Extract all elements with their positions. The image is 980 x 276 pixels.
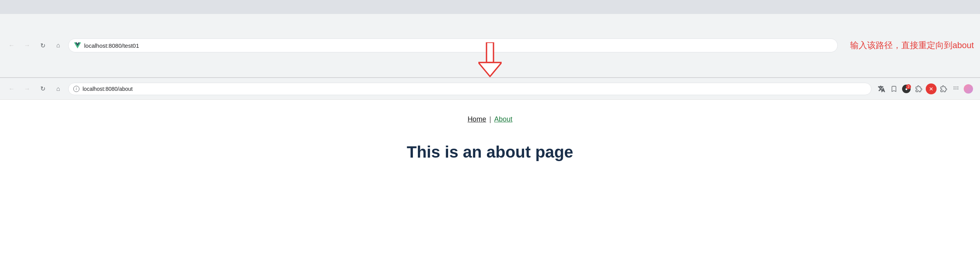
annotation-text: 输入该路径，直接重定向到about <box>850 40 974 51</box>
svg-rect-6 <box>958 87 958 87</box>
browser-top: ← → ↻ ⌂ localhost:8080/test01 输入该路径，直接重定… <box>0 0 980 78</box>
nav-separator: | <box>489 115 491 123</box>
profile-icon[interactable]: ● 2 <box>901 83 912 94</box>
svg-rect-7 <box>954 88 954 89</box>
address-bar-row-top: ← → ↻ ⌂ localhost:8080/test01 输入该路径，直接重定… <box>0 14 980 77</box>
svg-rect-8 <box>956 88 956 89</box>
home-button-bottom[interactable]: ⌂ <box>53 83 64 94</box>
home-link[interactable]: Home <box>468 115 486 123</box>
forward-button-top[interactable]: → <box>22 40 33 51</box>
url-display-bottom: localhost:8080/about <box>83 86 133 92</box>
home-button-top[interactable]: ⌂ <box>53 40 64 51</box>
page-heading: This is an about page <box>407 143 573 161</box>
page-content: Home | About This is an about page <box>0 100 980 173</box>
down-arrow-annotation <box>478 42 502 77</box>
tab-bar <box>0 0 980 14</box>
address-bar-row-bottom: ← → ↻ ⌂ i localhost:8080/about ● 2 <box>0 78 980 100</box>
svg-rect-9 <box>958 88 958 89</box>
svg-rect-4 <box>954 87 954 87</box>
nav-links: Home | About <box>468 115 512 123</box>
reload-button-top[interactable]: ↻ <box>37 40 48 51</box>
down-arrow-icon <box>478 42 502 77</box>
avatar-icon[interactable] <box>963 83 974 94</box>
back-button-bottom[interactable]: ← <box>6 83 17 94</box>
svg-rect-0 <box>487 42 493 62</box>
extensions-icon[interactable] <box>913 83 924 94</box>
url-display-top: localhost:8080/test01 <box>84 42 139 49</box>
translate-icon[interactable] <box>876 83 887 94</box>
toolbar-icons: ● 2 <box>876 83 974 94</box>
about-link[interactable]: About <box>494 115 512 123</box>
address-bar-top[interactable]: localhost:8080/test01 <box>68 38 838 52</box>
close-icon[interactable] <box>926 83 937 94</box>
back-button-top[interactable]: ← <box>6 40 17 51</box>
svg-marker-1 <box>478 62 502 76</box>
puzzle-icon[interactable] <box>938 83 949 94</box>
badge: 2 <box>906 84 911 89</box>
reload-button-bottom[interactable]: ↻ <box>37 83 48 94</box>
bookmark-icon[interactable] <box>889 83 899 94</box>
address-bar-bottom[interactable]: i localhost:8080/about <box>68 83 871 95</box>
vue-logo-icon <box>74 42 81 49</box>
info-icon: i <box>73 86 79 92</box>
menu-icon[interactable] <box>951 83 961 94</box>
forward-button-bottom[interactable]: → <box>22 83 33 94</box>
browser-bottom: ← → ↻ ⌂ i localhost:8080/about ● 2 <box>0 78 980 173</box>
svg-rect-5 <box>956 87 956 87</box>
